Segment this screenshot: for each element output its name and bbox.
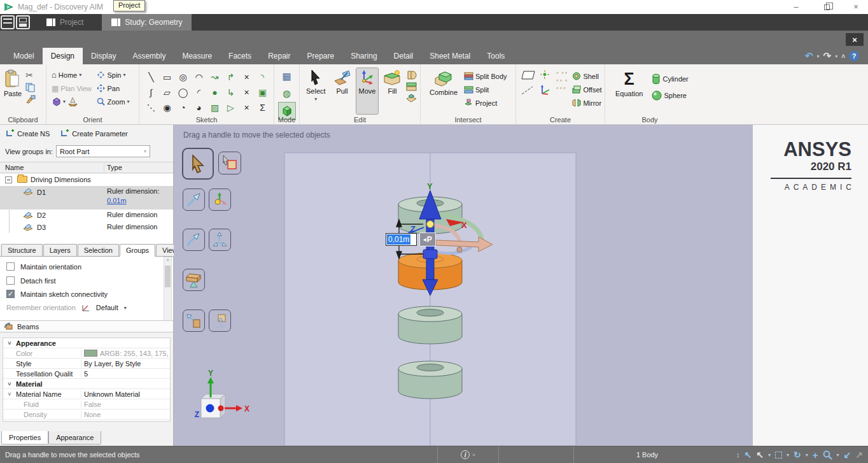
zoom-dropdown-icon[interactable]: ▾	[837, 452, 839, 458]
tab-study-geometry[interactable]: Study: Geometry	[102, 14, 192, 31]
beams-section-header[interactable]: Beams	[0, 320, 173, 332]
plan-view-button[interactable]: ▦Plan View	[52, 82, 97, 95]
density-row[interactable]: Density None	[3, 410, 170, 420]
tab-selection[interactable]: Selection	[78, 244, 119, 256]
zoom-tool-button[interactable]	[823, 450, 832, 460]
select-body-tool-button[interactable]	[218, 152, 241, 175]
sketch-arc-tool[interactable]: ◠	[195, 72, 202, 82]
pan-button[interactable]: Pan	[97, 82, 137, 95]
tab-properties[interactable]: Properties	[1, 431, 48, 445]
sketch-fill-region-tool[interactable]: ▨	[211, 103, 219, 113]
tree-row-d2[interactable]: D2 Ruler dimension	[0, 210, 173, 222]
orient-to-object-tool-button[interactable]	[183, 269, 205, 291]
status-info-section[interactable]: i ˄	[438, 446, 499, 463]
zoom-dropdown-icon[interactable]: ▾	[127, 99, 130, 104]
style-row[interactable]: Style By Layer, By Style	[3, 359, 170, 369]
create-line-button[interactable]	[521, 86, 534, 95]
mirror-button[interactable]: Mirror	[572, 96, 601, 110]
ribbon-tab-sheet-metal[interactable]: Sheet Metal	[421, 48, 479, 64]
sketch-tangent-arc-tool[interactable]: ↱	[227, 72, 235, 82]
zoom-button[interactable]: Zoom▾	[97, 95, 137, 108]
equation-button[interactable]: Σ Equation	[613, 68, 645, 114]
sketch-line-tool[interactable]: ╲	[148, 72, 153, 82]
sketch-construction-line-tool[interactable]: ⋱	[147, 103, 156, 113]
ribbon-tab-design[interactable]: Design	[43, 48, 83, 64]
tree-row-d1[interactable]: D1 Ruler dimension: 0,01m	[0, 186, 173, 210]
tab-project[interactable]: Project	[37, 14, 93, 31]
tree-row-folder[interactable]: Driving Dimensions	[0, 174, 173, 186]
home-dropdown-icon[interactable]: ▾	[79, 72, 81, 78]
ribbon-tab-repair[interactable]: Repair	[260, 48, 298, 64]
spin-dropdown-icon[interactable]: ▾	[123, 72, 126, 78]
undo-button[interactable]: ↶	[805, 50, 813, 62]
fly-view-button[interactable]	[67, 97, 78, 106]
view-groups-select[interactable]: Root Part ▾	[56, 145, 150, 157]
create-plane-button[interactable]	[521, 71, 535, 80]
scroll-thumb[interactable]	[165, 266, 171, 287]
pull-button[interactable]: Pull	[331, 68, 354, 114]
pan-tool-button[interactable]: +	[813, 450, 818, 460]
column-divider[interactable]	[104, 164, 104, 172]
tree-row-d3[interactable]: D3 Ruler dimension	[0, 222, 173, 234]
ribbon-tab-assembly[interactable]: Assembly	[124, 48, 174, 64]
sketch-sweep-arc-tool[interactable]: ◝	[261, 72, 264, 82]
model-viewport[interactable]: Y X Z Y X Z D	[174, 125, 753, 446]
info-icon[interactable]: i	[461, 450, 470, 459]
cylinder-button[interactable]: Cylinder	[652, 71, 688, 87]
project-button[interactable]: Project	[464, 96, 507, 110]
collapse-section-icon[interactable]: ˅	[3, 381, 16, 387]
scroll-up-icon[interactable]: ˄	[164, 257, 171, 265]
paste-button[interactable]: Paste	[1, 68, 24, 114]
select-dropdown-icon[interactable]: ▾	[768, 452, 771, 458]
type-column-header[interactable]: Type	[107, 164, 122, 171]
ribbon-tab-model[interactable]: Model	[5, 48, 43, 64]
return-to-select-button[interactable]: ↖	[745, 450, 752, 460]
collapse-ribbon-button[interactable]: ˄	[841, 53, 845, 60]
copy-button[interactable]	[25, 83, 36, 92]
sketch-ellipse-minor-tool[interactable]: ◉	[163, 103, 171, 113]
sketch-spline-circle-tool[interactable]: ◔	[180, 103, 185, 113]
ring-body-4[interactable]	[398, 361, 462, 399]
offset-button[interactable]: Offset	[572, 83, 601, 96]
ribbon-tab-tools[interactable]: Tools	[479, 48, 513, 64]
zoom-extents-button[interactable]: ↙	[844, 450, 851, 460]
sketch-point-tool[interactable]: ●	[212, 87, 217, 97]
sketch-delete-tool[interactable]: ×	[244, 103, 249, 113]
replace-button[interactable]	[406, 82, 417, 91]
section-mode-button[interactable]: ◍	[279, 85, 295, 102]
sketch-three-point-arc-tool[interactable]: ◜	[197, 87, 200, 97]
maintain-orientation-checkbox[interactable]	[6, 262, 15, 271]
name-column-header[interactable]: Name	[5, 164, 24, 171]
move-to-object-tool-button[interactable]	[183, 310, 205, 332]
sketch-equation-tool[interactable]: Σ	[260, 103, 265, 113]
color-row[interactable]: Color ARGB: 255, 143, 175, 1	[3, 348, 170, 359]
box-select-dropdown-icon[interactable]: ▾	[787, 452, 789, 458]
sphere-button[interactable]: Sphere	[652, 87, 688, 104]
home-button[interactable]: ⌂Home▾	[52, 68, 97, 82]
select-handle-tool-button[interactable]	[182, 148, 214, 180]
fulcrum-tool-button[interactable]	[209, 229, 231, 251]
linear-pattern-button[interactable]: ∘∘ ∘	[556, 77, 568, 83]
sketch-offset-curve-tool[interactable]: ▣	[258, 87, 267, 97]
tab-groups[interactable]: Groups	[120, 244, 155, 257]
grid-pattern-button[interactable]: ∘∘∘	[556, 85, 568, 91]
ribbon-tab-prepare[interactable]: Prepare	[298, 48, 342, 64]
sketch-rectangle-tool[interactable]: ▭	[163, 72, 171, 82]
anchor-tool-button[interactable]	[209, 189, 231, 211]
view-cube-button[interactable]	[52, 97, 61, 106]
material-name-value[interactable]: Unknown Material	[81, 390, 170, 398]
redo-button[interactable]: ↷	[823, 50, 832, 62]
dimension-input[interactable]: 0,01m	[386, 233, 417, 246]
sketch-split-tool[interactable]: ×	[244, 87, 249, 97]
create-parameter-p-button[interactable]: ◂ P	[419, 232, 436, 246]
adjust-button[interactable]	[406, 94, 417, 103]
fill-button[interactable]: Fill	[381, 68, 403, 114]
maintain-sketch-checkbox[interactable]	[6, 290, 15, 298]
detach-first-checkbox[interactable]	[6, 276, 15, 285]
circular-pattern-button[interactable]: ∘ ∘∘	[556, 69, 568, 76]
help-button[interactable]: ?	[849, 51, 859, 61]
create-axis-button[interactable]	[540, 85, 551, 95]
zoom-in-button[interactable]: ↗	[855, 450, 863, 460]
create-point-button[interactable]	[540, 69, 550, 80]
sketch-circle-tool[interactable]: ◎	[179, 72, 186, 82]
